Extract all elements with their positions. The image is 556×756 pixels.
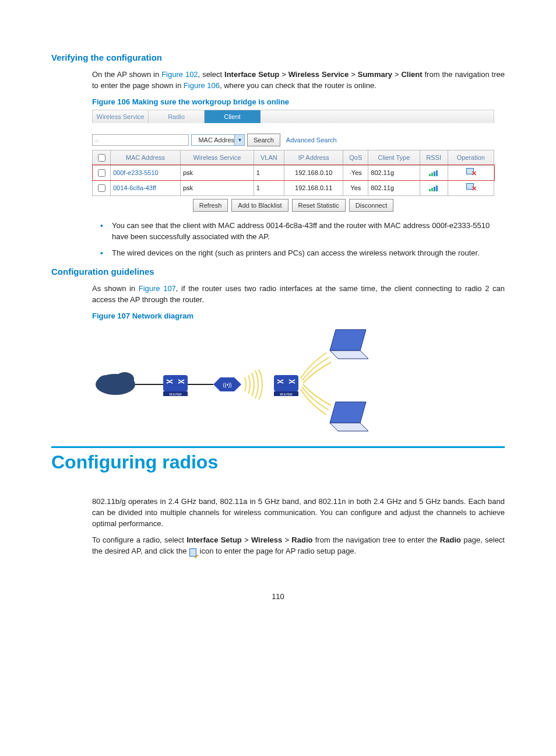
text: > [242, 536, 251, 544]
text: > [282, 536, 291, 544]
text: As shown in [92, 284, 139, 293]
col-ip: IP Address [284, 150, 343, 165]
signal-icon [429, 184, 438, 191]
chevron-down-icon: ▾ [234, 135, 244, 145]
edit-icon [189, 548, 198, 556]
disconnect-icon[interactable]: ✕ [466, 183, 476, 191]
svg-marker-16 [330, 423, 368, 431]
bold: Wireless Service [288, 70, 349, 79]
signal-icon [429, 169, 438, 176]
svg-text:ROUTER: ROUTER [169, 393, 182, 396]
page-number: 110 [51, 592, 505, 601]
link-figure-102[interactable]: Figure 102 [161, 70, 198, 79]
table-row: 0014-6c8a-43ff psk 1 192.168.0.11 Yes 80… [93, 180, 494, 195]
col-ct: Client Type [368, 150, 420, 165]
svg-point-1 [98, 375, 114, 387]
cell-ws: psk [180, 165, 254, 180]
search-input[interactable]: ⌕ [92, 134, 189, 146]
list-item: You can see that the client with MAC add… [112, 220, 505, 243]
col-rssi: RSSI [420, 150, 448, 165]
para-radios-2: To configure a radio, select Interface S… [51, 535, 505, 557]
search-button[interactable]: Search [247, 134, 280, 146]
svg-marker-15 [330, 402, 366, 423]
search-field-select[interactable]: MAC Address ▾ [191, 134, 245, 146]
cell-ct: 802.11g [368, 180, 420, 195]
search-icon: ⌕ [95, 136, 99, 144]
select-all-checkbox[interactable] [98, 154, 105, 162]
bold: Interface Setup [186, 536, 242, 544]
svg-marker-13 [330, 330, 366, 351]
tab-wireless-service[interactable]: Wireless Service [93, 110, 149, 123]
table-row: 000f-e233-5510 psk 1 192.168.0.10 ·Yes 8… [93, 165, 494, 180]
svg-text:((•)): ((•)) [223, 382, 231, 388]
col-vlan: VLAN [254, 150, 284, 165]
cell-check [93, 165, 111, 180]
row-checkbox[interactable] [98, 184, 105, 192]
disconnect-button[interactable]: Disconnect [349, 199, 393, 212]
search-row: ⌕ MAC Address ▾ Search Advanced Search [92, 134, 494, 146]
col-check [93, 150, 111, 165]
col-mac[interactable]: MAC Address [111, 150, 181, 165]
figure-107-diagram: ROUTER ((•)) ROUT [92, 324, 383, 435]
para-guidelines: As shown in Figure 107, if the router us… [51, 284, 505, 306]
cell-mac[interactable]: 0014-6c8a-43ff [111, 180, 181, 195]
tab-client[interactable]: Client [205, 110, 261, 123]
cell-ws: psk [180, 180, 254, 195]
cell-qos: ·Yes [343, 165, 368, 180]
bold: Summary [358, 70, 392, 79]
tab-radio[interactable]: Radio [149, 110, 205, 123]
cell-rssi [420, 165, 448, 180]
text: To configure a radio, select [92, 536, 186, 544]
heading-guidelines: Configuration guidelines [51, 267, 505, 276]
para-verifying: On the AP shown in Figure 102, select In… [51, 69, 505, 92]
cell-mac[interactable]: 000f-e233-5510 [111, 165, 181, 180]
bold: Client [401, 70, 422, 79]
col-qos: QoS [343, 150, 368, 165]
blacklist-button[interactable]: Add to Blacklist [231, 199, 288, 212]
text: > [279, 70, 288, 79]
bold: Interface Setup [224, 70, 279, 79]
tab-fill [261, 110, 494, 123]
text: , select [198, 70, 224, 79]
cell-vlan: 1 [254, 180, 284, 195]
bullet-list: You can see that the client with MAC add… [92, 220, 505, 259]
section-rule [51, 446, 505, 448]
link-figure-107[interactable]: Figure 107 [139, 284, 176, 293]
table-header-row: MAC Address Wireless Service VLAN IP Add… [93, 150, 494, 165]
reset-stat-button[interactable]: Reset Statistic [292, 199, 346, 212]
svg-text:ROUTER: ROUTER [280, 393, 293, 396]
disconnect-icon[interactable]: ✕ [466, 168, 476, 176]
text: icon to enter the page for AP radio setu… [198, 547, 356, 555]
cell-ct: 802.11g [368, 165, 420, 180]
list-item: The wired devices on the right (such as … [112, 247, 505, 259]
advanced-search-link[interactable]: Advanced Search [283, 136, 337, 144]
svg-marker-14 [330, 351, 368, 359]
select-value: MAC Address [198, 136, 237, 144]
refresh-button[interactable]: Refresh [193, 199, 228, 212]
client-table: MAC Address Wireless Service VLAN IP Add… [92, 150, 494, 196]
col-op: Operation [448, 150, 494, 165]
cell-rssi [420, 180, 448, 195]
text: > [392, 70, 401, 79]
heading-configuring-radios: Configuring radios [51, 452, 505, 473]
text: > [349, 70, 357, 79]
cell-ip: 192.168.0.10 [284, 165, 343, 180]
col-ws: Wireless Service [180, 150, 254, 165]
tab-bar: Wireless Service Radio Client [92, 110, 494, 123]
cell-ip: 192.168.0.11 [284, 180, 343, 195]
bold: Radio [291, 536, 312, 544]
action-buttons: Refresh Add to Blacklist Reset Statistic… [92, 199, 494, 212]
figure-107-caption: Figure 107 Network diagram [92, 312, 505, 320]
text: from the navigation tree to enter the [312, 536, 439, 544]
cell-check [93, 180, 111, 195]
row-checkbox[interactable] [98, 169, 105, 177]
text: On the AP shown in [92, 70, 161, 79]
text: , where you can check that the router is… [220, 81, 376, 90]
figure-106-caption: Figure 106 Making sure the workgroup bri… [92, 97, 505, 106]
figure-106-screenshot: Wireless Service Radio Client ⌕ MAC Addr… [92, 110, 494, 212]
link-figure-106[interactable]: Figure 106 [184, 81, 220, 90]
cell-vlan: 1 [254, 165, 284, 180]
cell-op[interactable]: ✕ [448, 180, 494, 195]
cell-op[interactable]: ✕ [448, 165, 494, 180]
para-radios-1: 802.11b/g operates in 2.4 GHz band, 802.… [51, 496, 505, 530]
